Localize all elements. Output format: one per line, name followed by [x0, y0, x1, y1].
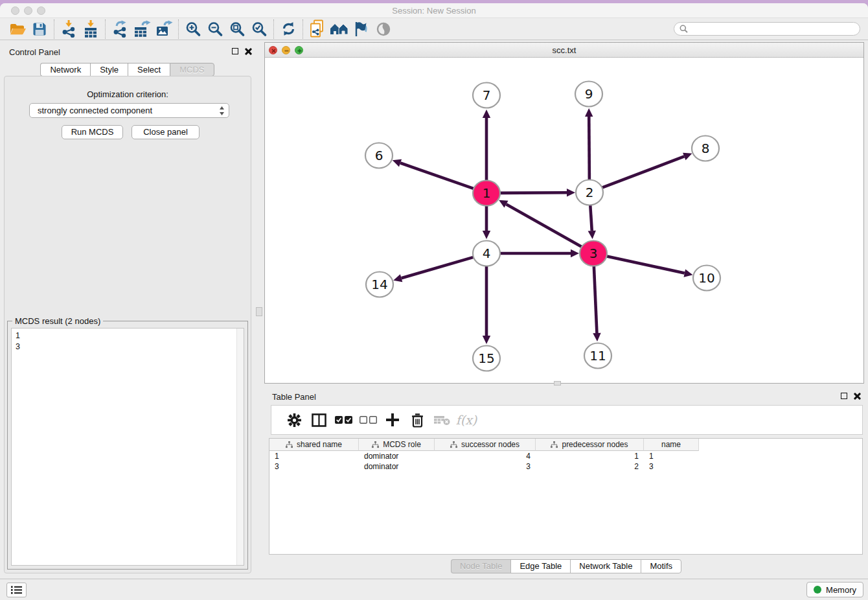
tab-style[interactable]: Style [90, 63, 128, 76]
float-panel-icon[interactable] [232, 48, 238, 54]
add-column-icon[interactable] [380, 408, 405, 432]
chevron-updown-icon [219, 106, 225, 116]
save-session-icon[interactable] [29, 19, 51, 39]
node-4[interactable]: 4 [473, 241, 500, 266]
edge-1-6[interactable] [400, 163, 474, 189]
toolbar-separator [105, 19, 106, 39]
search-box[interactable] [674, 22, 860, 36]
table-row[interactable]: 3 dominator 3 2 3 [269, 461, 862, 472]
toolbar-separator [54, 19, 54, 39]
node-label: 8 [702, 141, 710, 156]
close-table-panel-icon[interactable] [853, 393, 860, 400]
first-neighbors-icon[interactable] [328, 19, 350, 39]
float-table-panel-icon[interactable] [841, 393, 847, 399]
node-7[interactable]: 7 [473, 83, 500, 108]
column-header-predecessor-nodes[interactable]: predecessor nodes [536, 439, 644, 451]
tab-mcds[interactable]: MCDS [170, 63, 214, 76]
edge-2-8[interactable] [602, 156, 685, 187]
memory-label: Memory [826, 585, 856, 595]
deselect-all-columns-icon[interactable] [356, 408, 380, 432]
zoom-fit-icon[interactable] [226, 19, 248, 39]
edge-3-10[interactable] [606, 256, 685, 273]
horizontal-splitter-handle[interactable] [554, 381, 561, 386]
node-2[interactable]: 2 [576, 180, 603, 205]
open-session-icon[interactable] [6, 19, 29, 39]
tab-network[interactable]: Network [40, 63, 90, 76]
node-table[interactable]: shared name MCDS role successor nodes pr… [269, 438, 863, 555]
zoom-in-icon[interactable] [182, 19, 204, 39]
table-settings-icon[interactable] [282, 408, 306, 432]
hide-selected-icon[interactable] [350, 19, 372, 39]
node-14[interactable]: 14 [366, 272, 393, 297]
vertical-splitter-handle[interactable] [256, 307, 262, 316]
result-scrollbar[interactable] [236, 329, 244, 565]
edge-arrow-icon [588, 231, 596, 239]
refresh-icon[interactable] [277, 19, 299, 39]
tab-motifs[interactable]: Motifs [641, 559, 681, 573]
show-all-icon[interactable] [372, 19, 394, 39]
table-panel-title: Table Panel [272, 392, 316, 402]
zoom-out-icon[interactable] [204, 19, 226, 39]
node-6[interactable]: 6 [365, 143, 393, 168]
function-builder-icon[interactable]: f(x) [454, 408, 479, 432]
optimization-criterion-value: strongly connected component [38, 106, 219, 115]
zoom-selected-icon[interactable] [248, 19, 270, 39]
edge-2-9[interactable] [589, 117, 589, 179]
export-table-icon[interactable] [131, 19, 153, 39]
edge-arrow-icon [393, 159, 402, 167]
export-network-icon[interactable] [109, 19, 131, 39]
table-toolbar: f(x) [271, 405, 863, 435]
mcds-panel: Optimization criterion: strongly connect… [4, 76, 251, 573]
edge-1-2[interactable] [499, 192, 567, 193]
edge-3-1[interactable] [506, 204, 582, 247]
tab-edge-table[interactable]: Edge Table [510, 559, 570, 573]
network-canvas[interactable]: 7968124314101511 [265, 58, 863, 383]
node-label: 15 [478, 351, 494, 366]
show-panels-button[interactable] [6, 583, 27, 597]
table-row[interactable]: 1 dominator 4 1 1 [269, 451, 862, 461]
column-header-mcds-role[interactable]: MCDS role [359, 439, 435, 451]
column-header-successor-nodes[interactable]: successor nodes [435, 439, 536, 451]
node-9[interactable]: 9 [575, 82, 602, 107]
node-3[interactable]: 3 [580, 241, 607, 266]
node-1[interactable]: 1 [473, 181, 500, 206]
import-network-icon[interactable] [58, 19, 80, 39]
node-label: 11 [589, 348, 606, 363]
network-window-titlebar[interactable]: scc.txt [265, 43, 863, 58]
column-header-name[interactable]: name [644, 439, 699, 451]
optimization-criterion-select[interactable]: strongly connected component [29, 103, 229, 118]
edge-4-14[interactable] [402, 257, 474, 279]
control-panel: Control Panel Network Style Select MCDS … [0, 40, 255, 579]
node-label: 7 [483, 87, 491, 103]
import-table-icon[interactable] [80, 19, 102, 39]
tab-node-table[interactable]: Node Table [451, 559, 511, 573]
close-panel-button[interactable]: Close panel [131, 125, 200, 139]
export-image-icon[interactable] [153, 19, 175, 39]
mcds-result-area[interactable]: 1 3 [11, 328, 244, 566]
node-15[interactable]: 15 [473, 346, 500, 371]
edge-arrow-icon [593, 333, 600, 341]
memory-button[interactable]: Memory [806, 582, 863, 597]
mcds-result-group: MCDS result (2 nodes) 1 3 [7, 321, 248, 570]
window-title: Session: New Session [0, 6, 868, 16]
toolbar-separator [178, 19, 179, 39]
node-label: 10 [698, 270, 714, 286]
delete-column-icon[interactable] [405, 408, 429, 432]
run-mcds-button[interactable]: Run MCDS [62, 125, 123, 139]
clone-network-icon[interactable] [306, 19, 328, 39]
tab-select[interactable]: Select [128, 63, 170, 76]
edge-3-11[interactable] [594, 266, 597, 333]
network-window: scc.txt 7968124314101511 [264, 42, 864, 384]
edge-2-3[interactable] [590, 205, 591, 231]
node-label: 14 [371, 277, 387, 292]
search-input[interactable] [691, 25, 854, 34]
delete-table-icon[interactable] [429, 408, 454, 432]
select-all-columns-icon[interactable] [331, 408, 356, 432]
column-header-shared-name[interactable]: shared name [269, 439, 359, 451]
node-11[interactable]: 11 [584, 343, 611, 369]
close-panel-icon[interactable] [244, 48, 251, 55]
node-10[interactable]: 10 [693, 266, 720, 291]
column-visibility-icon[interactable] [306, 408, 331, 432]
node-8[interactable]: 8 [692, 136, 719, 161]
tab-network-table[interactable]: Network Table [570, 559, 641, 573]
